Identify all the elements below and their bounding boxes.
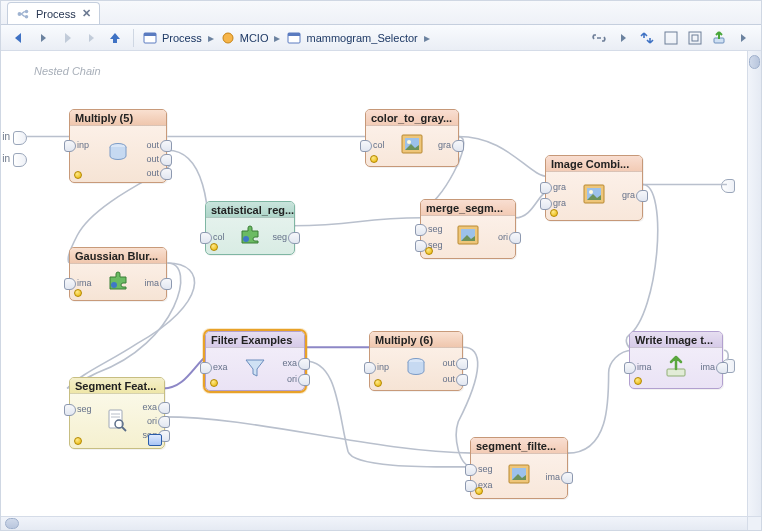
node-statreg[interactable]: statistical_reg... col seg <box>205 201 295 255</box>
forward-menu-button[interactable] <box>81 28 101 48</box>
node-filterex[interactable]: Filter Examples exa exa ori <box>205 331 305 391</box>
port-out[interactable]: seg <box>288 232 300 244</box>
status-indicator <box>210 379 218 387</box>
picture-icon <box>454 222 482 252</box>
export-button[interactable] <box>709 28 729 48</box>
port-in[interactable]: seg <box>465 464 477 476</box>
picture-icon <box>580 181 608 211</box>
svg-rect-12 <box>692 35 698 41</box>
status-indicator <box>74 171 82 179</box>
port-out[interactable]: out <box>160 154 172 166</box>
port-out[interactable]: out <box>160 140 172 152</box>
svg-rect-6 <box>144 33 156 36</box>
chevron-right-icon: ▸ <box>208 31 214 45</box>
canvas-wrap: Nested Chain in in <box>1 51 761 530</box>
node-title: Image Combi... <box>546 156 642 172</box>
vertical-scrollbar[interactable] <box>747 51 761 516</box>
status-indicator <box>634 377 642 385</box>
node-segfeat[interactable]: Segment Feat... seg exa ori seg <box>69 377 165 449</box>
status-indicator <box>210 243 218 251</box>
breadcrumb-label-2: mammogram_Selector <box>306 32 417 44</box>
chevron-right-icon: ▸ <box>424 31 430 45</box>
canvas-inner: Nested Chain in in <box>7 59 741 510</box>
node-segfilt[interactable]: segment_filte... seg exa ima <box>470 437 568 499</box>
up-button[interactable] <box>105 28 125 48</box>
port-in[interactable]: inp <box>364 362 376 374</box>
horizontal-scrollbar[interactable] <box>1 516 747 530</box>
link-menu-button[interactable] <box>613 28 633 48</box>
port-out[interactable]: ori <box>509 232 521 244</box>
node-colortogray[interactable]: color_to_gray... col gra <box>365 109 459 167</box>
breadcrumb-seg-mammogram[interactable]: mammogram_Selector <box>286 30 417 46</box>
port-out[interactable]: ori <box>298 374 310 386</box>
breadcrumb-label-0: Process <box>162 32 202 44</box>
node-title: Segment Feat... <box>70 378 164 394</box>
port-out[interactable]: ima <box>160 278 172 290</box>
process-tab[interactable]: Process ✕ <box>7 2 100 24</box>
svg-point-21 <box>243 236 249 242</box>
port-in[interactable]: seg <box>64 404 76 416</box>
node-multiply6[interactable]: Multiply (6) inp out out <box>369 331 463 391</box>
breadcrumb: Process ▸ MCIO ▸ mammogram_Selector ▸ <box>142 30 430 46</box>
scroll-corner <box>747 516 761 530</box>
edge-out-port[interactable] <box>721 179 735 193</box>
edge-in-port-2[interactable]: in <box>13 153 27 167</box>
node-title: statistical_reg... <box>206 202 294 218</box>
app-window: Process ✕ Process ▸ MCIO ▸ <box>0 0 762 531</box>
grid-plain-button[interactable] <box>661 28 681 48</box>
tab-bar: Process ✕ <box>1 1 761 25</box>
node-mergeseg[interactable]: merge_segm... seg seg ori <box>420 199 516 259</box>
breadcrumb-seg-mcio[interactable]: MCIO <box>220 30 269 46</box>
port-in[interactable]: ima <box>624 362 636 374</box>
svg-point-0 <box>18 12 22 16</box>
scroll-thumb[interactable] <box>749 55 760 69</box>
node-title: segment_filte... <box>471 438 567 454</box>
node-imagecomb[interactable]: Image Combi... gra gra gra <box>545 155 643 221</box>
sync-button[interactable] <box>637 28 657 48</box>
node-gblur[interactable]: Gaussian Blur... ima ima <box>69 247 167 301</box>
forward-button[interactable] <box>57 28 77 48</box>
port-out[interactable]: out <box>160 168 172 180</box>
node-writeimg[interactable]: Write Image t... ima ima <box>629 331 723 389</box>
export-menu-button[interactable] <box>733 28 753 48</box>
port-in[interactable]: col <box>360 140 372 152</box>
close-icon[interactable]: ✕ <box>82 7 91 20</box>
status-indicator <box>374 379 382 387</box>
port-out[interactable]: ima <box>716 362 728 374</box>
funnel-icon <box>241 354 269 384</box>
node-title: Gaussian Blur... <box>70 248 166 264</box>
port-out[interactable]: ima <box>561 472 573 484</box>
grid-fit-button[interactable] <box>685 28 705 48</box>
scroll-thumb[interactable] <box>5 518 19 529</box>
picture-icon <box>505 461 533 491</box>
process-canvas[interactable]: Nested Chain in in <box>1 51 747 516</box>
upload-icon <box>662 353 690 383</box>
chevron-right-icon: ▸ <box>274 31 280 45</box>
back-button[interactable] <box>9 28 29 48</box>
port-out[interactable]: out <box>456 374 468 386</box>
port-out[interactable]: gra <box>452 140 464 152</box>
port-in[interactable]: exa <box>200 362 212 374</box>
port-out[interactable]: out <box>456 358 468 370</box>
breakpoint-flag[interactable] <box>148 434 162 446</box>
status-indicator <box>550 209 558 217</box>
port-in[interactable]: inp <box>64 140 76 152</box>
port-out[interactable]: ori <box>158 416 170 428</box>
port-in[interactable]: seg <box>415 224 427 236</box>
edge-in-port-1[interactable]: in <box>13 131 27 145</box>
status-indicator <box>475 487 483 495</box>
port-in[interactable]: ima <box>64 278 76 290</box>
link-button[interactable] <box>589 28 609 48</box>
port-out[interactable]: exa <box>158 402 170 414</box>
process-icon <box>16 7 30 21</box>
port-out[interactable]: gra <box>636 190 648 202</box>
node-multiply5[interactable]: Multiply (5) inp out out out <box>69 109 167 183</box>
port-out[interactable]: exa <box>298 358 310 370</box>
svg-rect-11 <box>689 32 701 44</box>
node-title: Filter Examples <box>206 332 304 348</box>
port-in[interactable]: col <box>200 232 212 244</box>
port-in[interactable]: gra <box>540 182 552 194</box>
back-menu-button[interactable] <box>33 28 53 48</box>
breadcrumb-seg-process[interactable]: Process <box>142 30 202 46</box>
port-in[interactable]: gra <box>540 198 552 210</box>
